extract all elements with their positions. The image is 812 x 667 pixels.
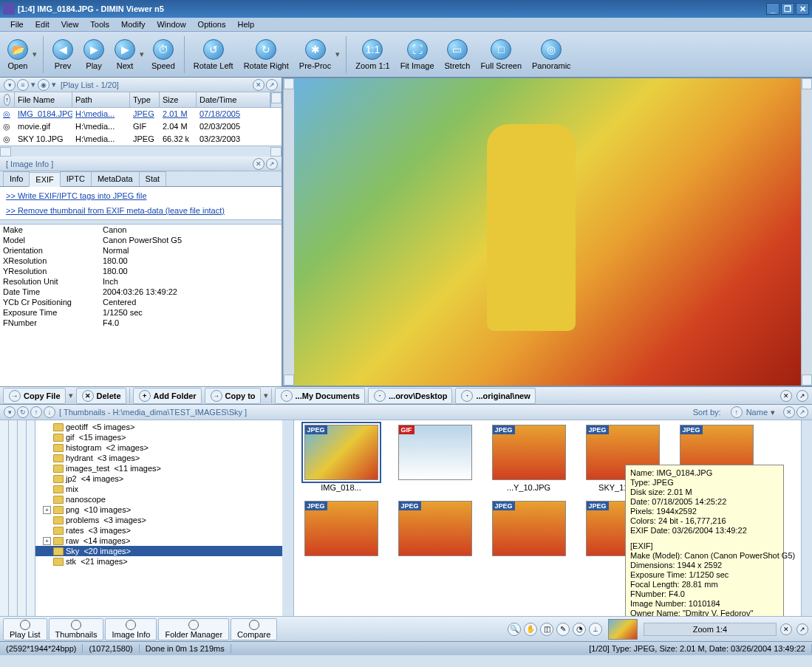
- thumbnails-button[interactable]: Thumbnails: [49, 618, 104, 640]
- menu-modify[interactable]: Modify: [115, 18, 151, 30]
- popout-thumbs-icon[interactable]: ↗: [796, 406, 808, 418]
- close-info-icon[interactable]: ✕: [253, 158, 265, 170]
- zoom-tool-icon[interactable]: 🔍: [508, 623, 521, 636]
- tree-item-rates[interactable]: rates <3 images>: [35, 525, 282, 536]
- scroll-up-icon[interactable]: [271, 92, 282, 103]
- zoom-1:1-button[interactable]: 1:1Zoom 1:1: [351, 38, 394, 72]
- popout-bottom-icon[interactable]: ↗: [796, 623, 808, 635]
- expand-icon[interactable]: +: [43, 537, 51, 545]
- tree-scrollbar[interactable]: [282, 420, 293, 616]
- dropdown-icon[interactable]: ▾: [33, 49, 38, 59]
- play-button[interactable]: ▶Play: [79, 38, 109, 72]
- measure-tool-icon[interactable]: ⟂: [589, 623, 602, 636]
- pre-proc-button[interactable]: ✱Pre-Proc: [295, 38, 335, 72]
- rotate-left-button[interactable]: ↺Rotate Left: [189, 38, 238, 72]
- thumbnail-item[interactable]: JPEG: [298, 501, 383, 559]
- tree-item-mix[interactable]: mix: [35, 484, 282, 494]
- col-size[interactable]: Size: [160, 92, 197, 107]
- tree-item-nanoscope[interactable]: nanoscope: [35, 494, 282, 504]
- close-panel-icon[interactable]: ✕: [253, 79, 265, 91]
- full-screen-button[interactable]: □Full Screen: [476, 38, 526, 72]
- thumbs-scrollbar[interactable]: [801, 420, 812, 616]
- popout-info-icon[interactable]: ↗: [266, 158, 278, 170]
- panoramic-button[interactable]: ◎Panoramic: [528, 38, 576, 72]
- tree-item-jp2[interactable]: jp2 <4 images>: [35, 473, 282, 484]
- delete-button[interactable]: ✕Delete: [76, 388, 126, 404]
- col-path[interactable]: Path: [72, 92, 130, 107]
- tree-item-geotiff[interactable]: geotiff <5 images>: [35, 422, 282, 432]
- tab-stat[interactable]: Stat: [139, 171, 167, 186]
- tab-exif[interactable]: EXIF: [29, 172, 60, 187]
- img-scroll-down-icon2[interactable]: [802, 374, 812, 386]
- playlist-row[interactable]: ◎movie.gifH:\media...GIF2.04 M02/03/2005: [0, 120, 282, 133]
- tab-info[interactable]: Info: [3, 171, 30, 186]
- up-icon[interactable]: ↑: [4, 94, 10, 106]
- dropdown-icon[interactable]: ▾: [140, 49, 146, 59]
- close-button[interactable]: ✕: [796, 3, 809, 15]
- refresh-icon[interactable]: ↻: [17, 406, 29, 418]
- menu-options[interactable]: Options: [192, 18, 232, 30]
- scroll-right-icon[interactable]: [270, 147, 282, 157]
- menu-help[interactable]: Help: [232, 18, 261, 30]
- img-scroll-down-icon[interactable]: [284, 374, 294, 386]
- fit-image-button[interactable]: ⛶Fit Image: [396, 38, 439, 72]
- tree-item-histogram[interactable]: histogram <2 images>: [35, 442, 282, 453]
- tree-item-hydrant[interactable]: hydrant <3 images>: [35, 453, 282, 463]
- col-filename[interactable]: File Name: [15, 92, 72, 107]
- sort-dir-icon[interactable]: ↑: [731, 406, 743, 418]
- tree-item-sky[interactable]: Sky <20 images>: [35, 546, 282, 556]
- collapse-icon[interactable]: ▾: [4, 79, 16, 91]
- tree-item-raw[interactable]: +raw <14 images>: [35, 536, 282, 546]
- copy-file-button[interactable]: →Copy File: [3, 388, 66, 404]
- tab-iptc[interactable]: IPTC: [60, 171, 92, 186]
- rotate-right-button[interactable]: ↻Rotate Right: [239, 38, 293, 72]
- next-button[interactable]: ▶Next: [110, 38, 140, 72]
- img-scroll-up-icon2[interactable]: [802, 78, 812, 89]
- path-desktop[interactable]: ·...orov\Desktop: [368, 388, 452, 404]
- thumbnail-item[interactable]: JPEG...Y_10.JPG: [486, 425, 571, 492]
- color-tool-icon[interactable]: ◔: [573, 623, 586, 636]
- zoom-slider[interactable]: Zoom 1:4: [644, 623, 777, 636]
- remove-thumbnail-link[interactable]: >> Remove thumbnail from EXIF meta-data …: [0, 203, 282, 218]
- menu-edit[interactable]: Edit: [30, 18, 55, 30]
- folder-manager-button[interactable]: Folder Manager: [158, 618, 229, 640]
- playlist-hscroll[interactable]: [0, 146, 282, 157]
- tree-item-png[interactable]: +png <10 images>: [35, 504, 282, 515]
- popout-icon[interactable]: ↗: [266, 79, 278, 91]
- close-thumbs-icon[interactable]: ✕: [783, 406, 795, 418]
- add-folder-button[interactable]: +Add Folder: [133, 388, 202, 404]
- thumbnail-item[interactable]: JPEGIMG_018...: [298, 425, 383, 492]
- tree-item-stk[interactable]: stk <21 images>: [35, 556, 282, 567]
- navigator-thumbnail[interactable]: [608, 619, 638, 640]
- prev-button[interactable]: ◀Prev: [48, 38, 78, 72]
- menu-view[interactable]: View: [55, 18, 85, 30]
- write-exif-link[interactable]: >> Write EXIF/IPTC tags into JPEG file: [0, 188, 282, 203]
- speed-button[interactable]: ⏱Speed: [147, 38, 180, 72]
- thumbnail-item[interactable]: GIF: [392, 425, 477, 492]
- sort-dropdown[interactable]: Name: [746, 408, 768, 417]
- menu-window[interactable]: Window: [151, 18, 191, 30]
- main-image[interactable]: [294, 78, 801, 386]
- thumbnail-item[interactable]: JPEG: [392, 501, 477, 559]
- compare-button[interactable]: Compare: [231, 618, 277, 640]
- stretch-button[interactable]: ▭Stretch: [440, 38, 475, 72]
- tree-item-gif[interactable]: gif <15 images>: [35, 432, 282, 442]
- collapse-thumbs-icon[interactable]: ▾: [4, 406, 16, 418]
- playlist-row[interactable]: ◎SKY 10.JPGH:\media...JPEG66.32 k03/23/2…: [0, 133, 282, 146]
- minimize-button[interactable]: _: [766, 3, 779, 15]
- image-info-button[interactable]: Image Info: [105, 618, 157, 640]
- pen-tool-icon[interactable]: ✎: [556, 623, 570, 636]
- list-icon[interactable]: ≡: [17, 79, 29, 91]
- maximize-button[interactable]: ❐: [781, 3, 794, 15]
- col-type[interactable]: Type: [130, 92, 160, 107]
- open-button[interactable]: 📂Open: [3, 38, 33, 72]
- img-scroll-up-icon[interactable]: [284, 78, 294, 89]
- hand-tool-icon[interactable]: ✋: [524, 623, 537, 636]
- menu-file[interactable]: File: [4, 18, 30, 30]
- select-tool-icon[interactable]: ◫: [540, 623, 553, 636]
- dropdown-icon[interactable]: ▾: [335, 49, 341, 59]
- menu-tools[interactable]: Tools: [84, 18, 115, 30]
- col-date[interactable]: Date/Time: [197, 92, 270, 107]
- down-folder-icon[interactable]: ↓: [44, 406, 55, 418]
- popout-pathbar-icon[interactable]: ↗: [796, 390, 808, 402]
